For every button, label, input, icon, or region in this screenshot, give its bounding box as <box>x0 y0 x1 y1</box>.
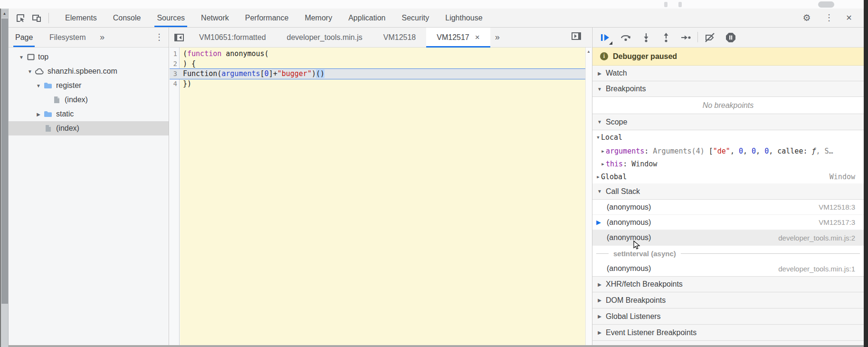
editor-vertical-scrollbar[interactable]: ▲ <box>585 48 591 347</box>
frame-name: (anonymous) <box>607 233 651 242</box>
section-global-listeners[interactable]: ▶ Global Listeners <box>592 308 864 325</box>
section-event-listener-breakpoints[interactable]: ▶ Event Listener Breakpoints <box>592 325 864 341</box>
folder-icon <box>44 81 52 90</box>
line-number[interactable]: 1 <box>170 49 179 59</box>
tab-network[interactable]: Network <box>193 9 237 27</box>
show-debugger-sidebar-icon[interactable] <box>572 32 581 40</box>
collapse-arrow-icon[interactable]: ▶ <box>595 174 601 179</box>
tab-performance[interactable]: Performance <box>237 9 297 27</box>
section-call-stack[interactable]: ▼ Call Stack <box>592 183 864 200</box>
tree-label: top <box>38 53 48 61</box>
navigator-menu-kebab-icon[interactable]: ⋮ <box>155 28 163 47</box>
frame-name: (anonymous) <box>607 264 651 273</box>
expand-arrow-icon[interactable]: ▼ <box>18 55 25 60</box>
section-dom-breakpoints[interactable]: ▶ DOM Breakpoints <box>592 292 864 308</box>
collapse-arrow-icon[interactable]: ▶ <box>596 282 603 287</box>
tree-item-register-folder[interactable]: ▼ register <box>9 78 169 93</box>
tab-security[interactable]: Security <box>393 9 437 27</box>
inspect-element-icon[interactable] <box>14 12 27 24</box>
scrollbar-up-arrow-icon[interactable]: ▲ <box>1 10 8 18</box>
expand-arrow-icon[interactable]: ▼ <box>596 87 603 92</box>
hide-navigator-icon[interactable] <box>170 28 189 47</box>
section-scope[interactable]: ▼ Scope <box>592 114 864 130</box>
navigator-more-tabs-icon[interactable]: » <box>100 28 105 47</box>
editor-tab-vm12517[interactable]: VM12517× <box>426 28 490 47</box>
step-into-icon[interactable] <box>640 32 652 43</box>
line-number[interactable]: 2 <box>170 59 179 69</box>
tab-application[interactable]: Application <box>340 9 393 27</box>
navigator-tabs: Page Filesystem » ⋮ <box>9 28 169 48</box>
editor-tab-vm10651[interactable]: VM10651:formatted <box>189 28 277 47</box>
collapse-arrow-icon[interactable]: ▶ <box>600 149 606 154</box>
code-line-4[interactable]: }) <box>183 79 585 89</box>
line-number-gutter[interactable]: 1 2 3 4 <box>170 49 179 89</box>
tab-memory[interactable]: Memory <box>296 9 340 27</box>
source-editor-pane: VM10651:formatted developer_tools.min.js… <box>170 28 591 347</box>
tree-item-static-folder[interactable]: ▶ static <box>9 107 169 121</box>
code-editor[interactable]: 1 2 3 4 (function anonymous( ) { Functio… <box>170 48 591 347</box>
call-stack-frame-1[interactable]: (anonymous) VM12518:3 <box>592 200 864 215</box>
code-line-1[interactable]: (function anonymous( <box>183 49 585 59</box>
tab-page[interactable]: Page <box>15 28 33 47</box>
scope-arguments-row[interactable]: ▶ arguments: Arguments(4) ["de", 0, 0, 0… <box>592 145 864 158</box>
collapse-arrow-icon[interactable]: ▶ <box>596 71 603 76</box>
code-line-2[interactable]: ) { <box>183 59 585 69</box>
tree-item-top-frame[interactable]: ▼ top <box>9 50 169 64</box>
resume-script-icon[interactable] <box>599 32 611 43</box>
debugger-toolbar <box>592 28 864 48</box>
editor-tab-developer-tools[interactable]: developer_tools.min.js <box>277 28 373 47</box>
browser-icon-fragment <box>664 2 668 7</box>
async-boundary-label: setInterval (async) <box>613 250 676 258</box>
scope-this-row[interactable]: ▶ this: Window <box>592 158 864 170</box>
bottom-window-edge <box>9 345 864 347</box>
settings-gear-icon[interactable]: ⚙ <box>800 9 814 27</box>
section-watch[interactable]: ▶ Watch <box>592 66 864 81</box>
scope-local[interactable]: ▼ Local <box>592 130 864 145</box>
frame-location: VM12518:3 <box>819 203 855 211</box>
line-number[interactable]: 3 <box>170 69 179 79</box>
collapse-arrow-icon[interactable]: ▶ <box>596 298 603 303</box>
close-tab-icon[interactable]: × <box>475 33 480 42</box>
tab-filesystem[interactable]: Filesystem <box>49 28 86 47</box>
collapse-arrow-icon[interactable]: ▶ <box>596 314 603 319</box>
editor-more-tabs-icon[interactable]: » <box>490 28 505 47</box>
tab-sources[interactable]: Sources <box>149 9 193 27</box>
call-stack-frame-2-current[interactable]: ▶ (anonymous) VM12517:3 <box>592 215 864 230</box>
expand-arrow-icon[interactable]: ▼ <box>596 189 603 194</box>
collapse-arrow-icon[interactable]: ▶ <box>596 330 603 335</box>
deactivate-breakpoints-icon[interactable] <box>704 32 716 43</box>
page-vertical-scrollbar[interactable]: ▲ <box>0 9 9 347</box>
step-over-icon[interactable] <box>620 32 632 43</box>
line-number[interactable]: 4 <box>170 79 179 89</box>
editor-scroll-up-icon[interactable]: ▲ <box>586 49 591 54</box>
code-lines[interactable]: (function anonymous( ) { Function(argume… <box>183 49 585 89</box>
expand-arrow-icon[interactable]: ▼ <box>35 83 42 88</box>
code-background <box>180 48 585 347</box>
editor-tab-vm12518[interactable]: VM12518 <box>373 28 427 47</box>
code-line-3[interactable]: Function(arguments[0]+"bugger")() <box>183 69 585 79</box>
device-toolbar-icon[interactable] <box>30 12 43 24</box>
scrollbar-thumb[interactable] <box>1 19 8 304</box>
tree-item-domain[interactable]: ▼ shanzhi.spbeen.com <box>9 64 169 78</box>
expand-arrow-icon[interactable]: ▼ <box>595 135 601 140</box>
tree-item-register-index[interactable]: (index) <box>9 93 169 107</box>
devtools-menu-kebab-icon[interactable]: ⋮ <box>822 9 836 27</box>
step-out-icon[interactable] <box>660 32 672 43</box>
section-label: Scope <box>606 118 627 126</box>
collapse-arrow-icon[interactable]: ▶ <box>35 112 42 117</box>
section-breakpoints[interactable]: ▼ Breakpoints <box>592 81 864 97</box>
close-devtools-icon[interactable]: ✕ <box>842 9 856 27</box>
call-stack-frame-4[interactable]: (anonymous) developer_tools.min.js:1 <box>592 261 864 276</box>
tree-item-index-selected[interactable]: (index) <box>9 121 169 135</box>
pause-on-exceptions-icon[interactable] <box>725 32 737 43</box>
expand-arrow-icon[interactable]: ▼ <box>27 69 33 74</box>
step-icon[interactable] <box>680 32 692 43</box>
tab-lighthouse[interactable]: Lighthouse <box>437 9 490 27</box>
tab-elements[interactable]: Elements <box>57 9 105 27</box>
section-xhr-breakpoints[interactable]: ▶ XHR/fetch Breakpoints <box>592 276 864 292</box>
current-frame-arrow-icon: ▶ <box>596 219 601 226</box>
tab-console[interactable]: Console <box>105 9 149 27</box>
scope-global-row[interactable]: ▶ Global Window <box>592 170 864 183</box>
expand-arrow-icon[interactable]: ▼ <box>596 119 603 125</box>
collapse-arrow-icon[interactable]: ▶ <box>600 162 606 166</box>
